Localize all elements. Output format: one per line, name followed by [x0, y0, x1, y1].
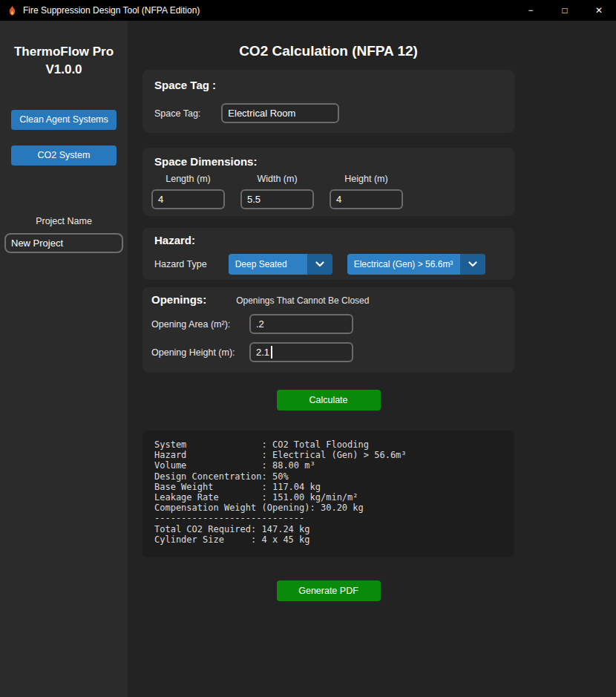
- calculate-button[interactable]: Calculate: [277, 390, 381, 410]
- hazard-type-label: Hazard Type: [154, 259, 207, 269]
- opening-area-input[interactable]: [249, 314, 353, 334]
- height-input[interactable]: [330, 189, 403, 209]
- project-name-label: Project Name: [0, 216, 128, 226]
- sidebar: ThermoFlow Pro V1.0.0 Clean Agent System…: [0, 21, 128, 697]
- chevron-down-icon: [460, 254, 485, 275]
- titlebar: Fire Suppression Design Tool (NFPA Editi…: [0, 0, 616, 21]
- hazard-subtype-dropdown[interactable]: Electrical (Gen) > 56.6m³: [347, 254, 485, 275]
- opening-area-label: Opening Area (m²):: [151, 319, 249, 330]
- space-tag-label: Space Tag:: [154, 108, 200, 119]
- opening-height-label: Opening Height (m):: [151, 347, 249, 358]
- openings-section: Openings: Openings That Cannot Be Closed…: [142, 287, 514, 373]
- window-title: Fire Suppression Design Tool (NFPA Editi…: [23, 5, 200, 16]
- results-output: System : CO2 Total Flooding Hazard : Ele…: [142, 431, 514, 557]
- app-brand: ThermoFlow Pro V1.0.0: [0, 43, 128, 79]
- height-label: Height (m): [330, 174, 403, 184]
- width-input[interactable]: [240, 189, 314, 209]
- generate-pdf-button[interactable]: Generate PDF: [277, 580, 381, 601]
- main-area: CO2 Calculation (NFPA 12) Space Tag : Sp…: [128, 21, 616, 697]
- maximize-button[interactable]: □: [548, 0, 582, 21]
- flame-icon: [7, 5, 17, 16]
- hazard-subtype-selected-value: Electrical (Gen) > 56.6m³: [347, 254, 460, 275]
- hazard-section: Hazard: Hazard Type Deep Seated Electric…: [142, 228, 514, 280]
- page-title: CO2 Calculation (NFPA 12): [142, 43, 514, 59]
- hazard-type-selected-value: Deep Seated: [229, 254, 307, 275]
- close-button[interactable]: ✕: [582, 0, 616, 21]
- nav-clean-agent-systems-button[interactable]: Clean Agent Systems: [11, 110, 117, 130]
- width-label: Width (m): [240, 174, 314, 184]
- minimize-button[interactable]: −: [514, 0, 548, 21]
- length-label: Length (m): [151, 174, 225, 184]
- openings-heading: Openings:: [151, 293, 206, 306]
- brand-version: V1.0.0: [0, 61, 128, 79]
- brand-name: ThermoFlow Pro: [0, 43, 128, 61]
- space-dimensions-heading: Space Dimensions:: [154, 155, 502, 168]
- project-name-input[interactable]: [4, 233, 123, 253]
- results-text: System : CO2 Total Flooding Hazard : Ele…: [154, 439, 502, 545]
- nav-co2-system-button[interactable]: CO2 System: [11, 145, 117, 166]
- space-tag-section: Space Tag : Space Tag:: [142, 70, 514, 133]
- space-tag-input[interactable]: [221, 103, 339, 123]
- opening-height-input[interactable]: [249, 342, 353, 362]
- openings-note: Openings That Cannot Be Closed: [236, 295, 369, 306]
- chevron-down-icon: [307, 254, 332, 275]
- hazard-type-dropdown[interactable]: Deep Seated: [229, 254, 332, 275]
- space-dimensions-section: Space Dimensions: Length (m) Width (m) H…: [142, 148, 514, 216]
- hazard-heading: Hazard:: [154, 234, 502, 246]
- text-caret: [271, 346, 272, 359]
- length-input[interactable]: [151, 189, 225, 209]
- space-tag-heading: Space Tag :: [154, 79, 502, 91]
